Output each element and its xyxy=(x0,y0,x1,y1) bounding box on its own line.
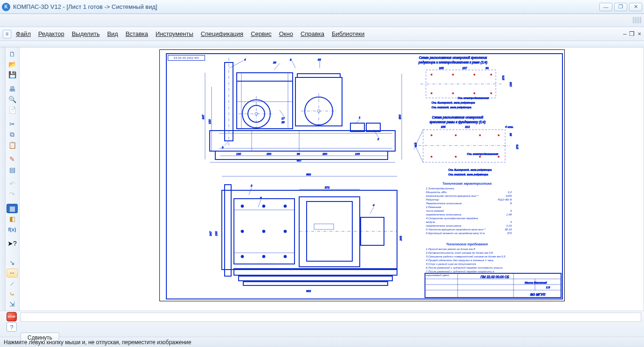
work-area: 🗋 📂 💾 🖶 🔍 📄 ✂ ⧉ 📋 ✎ ▤ ↶ ↷ ▦ ◧ f(x) ➤? ↘ … xyxy=(0,48,644,311)
svg-text:коричневый цвет.: коричневый цвет. xyxy=(426,274,450,277)
open-icon[interactable]: 📂 xyxy=(7,60,18,69)
move-tool-icon[interactable]: ↔ xyxy=(7,269,18,278)
document-icon[interactable]: 📄 xyxy=(7,105,18,114)
menu-libraries[interactable]: Библиотеки xyxy=(329,28,367,39)
mdi-minimize-button[interactable]: – xyxy=(623,30,626,37)
menu-spec[interactable]: Спецификация xyxy=(198,28,246,39)
svg-text:1.Прогиб ветви ремня на длине : 1.Прогиб ветви ремня на длине мм 8 xyxy=(426,248,475,250)
paste-icon[interactable]: 📋 xyxy=(7,140,18,149)
svg-text:4 отв.: 4 отв. xyxy=(505,125,514,128)
preview-icon[interactable]: 🔍 xyxy=(7,95,18,104)
svg-text:130: 130 xyxy=(208,119,211,124)
mdi-restore-button[interactable]: ❐ xyxy=(629,30,635,37)
drawing-sheet: 93 00 00 2022 МЛ 857 130 xyxy=(159,49,565,301)
lib-icon[interactable]: ◧ xyxy=(7,215,18,223)
window-maximize-button[interactable]: ❐ xyxy=(614,3,627,11)
menu-select[interactable]: Выделить xyxy=(69,28,103,39)
help-arrow-icon[interactable]: ➤? xyxy=(7,239,18,248)
svg-point-103 xyxy=(473,92,475,94)
properties-icon[interactable]: ▤ xyxy=(7,165,18,174)
svg-text:2: 2 xyxy=(250,184,253,187)
drawing-canvas[interactable]: 93 00 00 2022 МЛ 857 130 xyxy=(20,48,644,311)
svg-line-36 xyxy=(274,63,280,70)
menu-file[interactable]: Файл xyxy=(13,28,34,39)
svg-point-125 xyxy=(479,156,481,158)
cut-icon[interactable]: ✂ xyxy=(7,119,18,128)
svg-text:3: 3 xyxy=(510,209,512,212)
svg-text:185: 185 xyxy=(441,125,446,128)
svg-text:347: 347 xyxy=(209,231,212,236)
svg-text:572: 572 xyxy=(325,186,330,189)
new-icon[interactable]: 🗋 xyxy=(7,49,18,58)
svg-line-34 xyxy=(229,61,243,68)
svg-text:66: 66 xyxy=(509,133,512,136)
undo-icon[interactable]: ↶ xyxy=(7,179,18,188)
svg-point-99 xyxy=(473,74,475,76)
svg-point-119 xyxy=(431,134,432,136)
svg-text:212: 212 xyxy=(465,125,470,128)
left-toolbar-1: 🗋 📂 💾 🖶 🔍 📄 ✂ ⧉ 📋 ✎ ▤ ↶ ↷ ▦ ◧ f(x) ➤? ↘ … xyxy=(6,48,20,311)
svg-point-124 xyxy=(455,156,457,158)
svg-text:2: 2 xyxy=(377,138,379,140)
copy-icon[interactable]: ⧉ xyxy=(7,130,18,139)
menu-view[interactable]: Вид xyxy=(104,28,121,39)
svg-text:Номинальная  частота вращения : Номинальная частота вращения мин⁻¹ xyxy=(426,194,479,197)
svg-text:146: 146 xyxy=(355,153,360,155)
arc-icon[interactable]: ⤿ xyxy=(7,289,18,298)
menu-window[interactable]: Окно xyxy=(276,28,296,39)
svg-text:393: 393 xyxy=(398,114,401,119)
quick-access-row xyxy=(0,14,644,27)
svg-text:Схема расположения отверстий: Схема расположения отверстий xyxy=(432,116,483,119)
svg-text:3.15: 3.15 xyxy=(506,224,512,227)
dim-icon[interactable]: ⇲ xyxy=(7,300,18,309)
app-icon: K xyxy=(2,3,10,11)
svg-rect-1 xyxy=(210,131,395,151)
status-text: Нажмите левую кнопку мыши и, не отпуская… xyxy=(4,339,191,346)
menu-editor[interactable]: Редактор xyxy=(35,28,67,39)
window-minimize-button[interactable]: — xyxy=(599,3,612,11)
svg-text:число ремней: число ремней xyxy=(426,209,444,212)
save-icon[interactable]: 💾 xyxy=(7,70,18,79)
svg-text:38,33: 38,33 xyxy=(505,228,512,231)
print-icon[interactable]: 🖶 xyxy=(7,84,18,93)
svg-point-122 xyxy=(498,134,500,136)
menu-tools[interactable]: Инструменты xyxy=(153,28,196,39)
svg-text:модуль: модуль xyxy=(426,221,435,223)
svg-text:17: 17 xyxy=(281,117,285,120)
svg-point-63 xyxy=(262,205,265,208)
svg-text:1:3: 1:3 xyxy=(546,286,550,289)
svg-text:130: 130 xyxy=(215,231,218,236)
window-close-button[interactable]: ✕ xyxy=(629,3,642,11)
brush-icon[interactable]: ✎ xyxy=(7,155,18,164)
segment-icon[interactable]: ⟋ xyxy=(7,279,18,288)
line-icon[interactable]: ↘ xyxy=(7,258,18,267)
menu-help[interactable]: Справка xyxy=(298,28,327,39)
svg-line-49 xyxy=(225,141,229,146)
menu-service[interactable]: Сервис xyxy=(248,28,274,39)
stop-button-icon[interactable]: STOP xyxy=(7,312,17,321)
svg-text:7.После ременной и зубчатой пе: 7.После ременной и зубчатой передач покр… xyxy=(426,270,494,273)
svg-text:Ось быстроход. вала редуктора: Ось быстроход. вала редуктора xyxy=(432,101,475,104)
manager-icon[interactable]: ▦ xyxy=(7,204,18,213)
svg-point-121 xyxy=(479,134,481,136)
svg-text:Редуктор: Редуктор xyxy=(426,198,439,201)
redo-icon[interactable]: ↷ xyxy=(7,190,18,199)
svg-text:243: 243 xyxy=(399,236,402,241)
svg-point-100 xyxy=(490,74,492,76)
svg-text:Ось тихоход. вала редуктора: Ось тихоход. вала редуктора xyxy=(432,106,472,109)
file-menu-icon[interactable]: ≡ xyxy=(3,30,11,38)
mdi-close-button[interactable]: × xyxy=(637,30,641,37)
fx-icon[interactable]: f(x) xyxy=(7,225,18,234)
help-icon[interactable]: ? xyxy=(7,322,17,332)
svg-text:180: 180 xyxy=(267,153,272,155)
svg-text:693: 693 xyxy=(306,290,311,292)
svg-rect-73 xyxy=(314,224,334,229)
svg-text:418: 418 xyxy=(414,142,417,147)
menu-insert[interactable]: Вставка xyxy=(123,28,151,39)
svg-rect-115 xyxy=(423,130,505,162)
svg-rect-57 xyxy=(222,190,397,270)
window-title: КОМПАС-3D V12 - [Лист 1 готов -> Системн… xyxy=(13,3,599,10)
svg-text:180: 180 xyxy=(322,153,328,155)
svg-text:РЦО–80–8: РЦО–80–8 xyxy=(498,198,512,201)
command-input[interactable] xyxy=(21,312,641,322)
